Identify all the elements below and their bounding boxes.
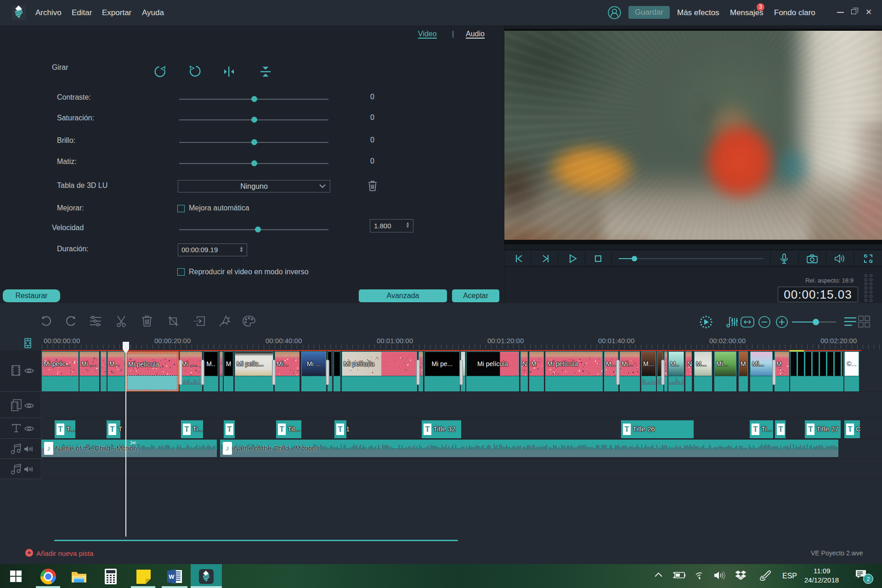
svg-text:W: W [169, 573, 175, 580]
